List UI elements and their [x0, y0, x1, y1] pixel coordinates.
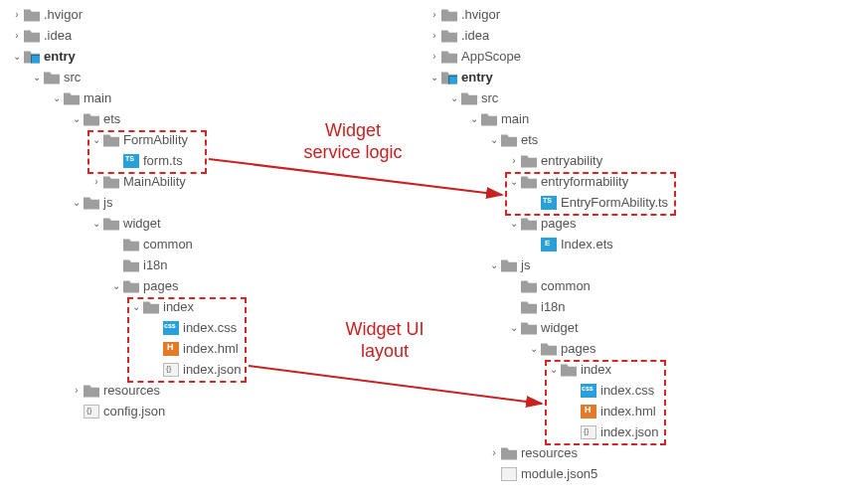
left-tree-item[interactable]: ⌄entry [10, 46, 242, 67]
expand-arrow-icon[interactable]: ⌄ [89, 217, 103, 231]
left-tree-item[interactable]: ›.idea [10, 25, 242, 46]
right-tree-item[interactable]: ›AppScope [427, 46, 668, 67]
right-tree-item[interactable]: ›entryability [427, 150, 668, 171]
left-tree-item[interactable]: ›resources [10, 380, 242, 401]
expand-arrow-icon[interactable]: ⌄ [70, 196, 84, 210]
folder-icon [103, 133, 119, 147]
json5-file-icon [501, 467, 517, 481]
expand-arrow-icon[interactable]: ⌄ [30, 71, 44, 84]
right-tree-item[interactable]: ·Index.ets [427, 234, 668, 254]
expand-arrow-icon[interactable]: ⌄ [507, 321, 521, 335]
left-tree-item[interactable]: ›.hvigor [10, 4, 242, 25]
folder-icon [521, 154, 537, 168]
folder-icon [521, 300, 537, 314]
left-tree-item[interactable]: ⌄src [10, 67, 242, 87]
folder-icon [501, 133, 517, 147]
expand-arrow-icon[interactable]: ⌄ [467, 112, 481, 126]
left-tree-item[interactable]: ·index.hml [10, 338, 242, 359]
tree-item-label: Index.ets [561, 237, 613, 252]
expand-arrow-icon[interactable]: › [89, 175, 103, 189]
left-tree-item[interactable]: ·config.json [10, 401, 242, 421]
expand-arrow-icon[interactable]: ⌄ [70, 112, 84, 126]
tree-item-label: common [143, 237, 193, 252]
right-tree-item[interactable]: ⌄main [427, 108, 668, 129]
folder-icon [461, 91, 477, 105]
right-tree-item[interactable]: ·common [427, 275, 668, 296]
expand-arrow-icon[interactable]: ⌄ [447, 91, 461, 105]
left-tree-item[interactable]: ⌄ets [10, 108, 242, 129]
left-tree-item[interactable]: ⌄widget [10, 213, 242, 234]
tree-item-label: index.hml [600, 404, 656, 419]
expand-arrow-icon[interactable]: › [427, 50, 441, 64]
right-tree-item[interactable]: ·EntryFormAbility.ts [427, 192, 668, 213]
expand-arrow-icon[interactable]: ⌄ [89, 133, 103, 147]
right-tree-item[interactable]: ⌄pages [427, 338, 668, 359]
expand-arrow-icon[interactable]: › [70, 384, 84, 398]
expand-arrow-icon[interactable]: › [427, 29, 441, 43]
folder-icon [103, 175, 119, 189]
expand-arrow-icon[interactable]: ⌄ [487, 258, 501, 272]
right-tree-item[interactable]: ·index.hml [427, 401, 668, 421]
tree-item-label: entry [461, 70, 493, 84]
tree-item-label: entryformability [541, 174, 628, 189]
left-tree-item[interactable]: ⌄FormAbility [10, 129, 242, 150]
tree-item-label: entryability [541, 153, 602, 168]
expand-arrow-icon[interactable]: ⌄ [547, 363, 561, 377]
right-tree-item[interactable]: ⌄index [427, 359, 668, 380]
expand-arrow-icon[interactable]: ⌄ [427, 71, 441, 84]
tree-item-label: widget [123, 216, 161, 231]
right-tree-item[interactable]: ⌄pages [427, 213, 668, 234]
folder-icon [561, 363, 577, 377]
tree-item-label: i18n [541, 299, 566, 314]
expand-arrow-icon[interactable]: › [487, 446, 501, 460]
left-tree-item[interactable]: ›MainAbility [10, 171, 242, 192]
left-tree-item[interactable]: ⌄pages [10, 275, 242, 296]
tree-item-label: pages [143, 278, 178, 293]
left-tree-item[interactable]: ⌄index [10, 296, 242, 317]
tree-item-label: FormAbility [123, 132, 188, 147]
left-tree-item[interactable]: ·form.ts [10, 150, 242, 171]
left-tree-item[interactable]: ·common [10, 234, 242, 254]
tree-item-label: config.json [103, 404, 165, 419]
right-tree-item[interactable]: ⌄entryformability [427, 171, 668, 192]
expand-arrow-icon[interactable]: › [10, 29, 24, 43]
expand-arrow-icon[interactable]: ⌄ [527, 342, 541, 356]
right-tree-item[interactable]: ›resources [427, 442, 668, 463]
hml-file-icon [163, 342, 179, 356]
folder-icon [84, 196, 99, 210]
tree-item-label: pages [541, 216, 576, 231]
left-tree-item[interactable]: ·i18n [10, 254, 242, 275]
right-tree-item[interactable]: ⌄js [427, 254, 668, 275]
right-tree-item[interactable]: ⌄entry [427, 67, 668, 87]
right-tree-item[interactable]: ⌄ets [427, 129, 668, 150]
expand-arrow-icon[interactable]: ⌄ [507, 217, 521, 231]
right-tree-item[interactable]: ›.idea [427, 25, 668, 46]
expand-arrow-icon[interactable]: ⌄ [129, 300, 143, 314]
left-tree-item[interactable]: ·index.json [10, 359, 242, 380]
json-file-icon [581, 425, 596, 439]
right-tree-item[interactable]: ›.hvigor [427, 4, 668, 25]
expand-arrow-icon[interactable]: › [10, 8, 24, 22]
expand-arrow-icon[interactable]: ⌄ [50, 91, 64, 105]
expand-arrow-icon[interactable]: ⌄ [109, 279, 123, 293]
css-file-icon [581, 384, 596, 398]
right-tree-item[interactable]: ·i18n [427, 296, 668, 317]
left-tree-item[interactable]: ·index.css [10, 317, 242, 338]
right-tree-item[interactable]: ⌄src [427, 87, 668, 108]
expand-arrow-icon[interactable]: › [507, 154, 521, 168]
left-tree-item[interactable]: ⌄js [10, 192, 242, 213]
right-tree-item[interactable]: ·index.css [427, 380, 668, 401]
json-file-icon [84, 405, 99, 419]
expand-arrow-icon[interactable]: › [427, 8, 441, 22]
expand-arrow-icon[interactable]: ⌄ [507, 175, 521, 189]
tree-item-label: .idea [461, 28, 489, 43]
tree-item-label: index.hml [183, 341, 239, 356]
left-tree-item[interactable]: ⌄main [10, 87, 242, 108]
tree-item-label: .hvigor [44, 7, 83, 22]
right-tree-item[interactable]: ⌄widget [427, 317, 668, 338]
folder-icon [143, 300, 159, 314]
expand-arrow-icon[interactable]: ⌄ [487, 133, 501, 147]
expand-arrow-icon[interactable]: ⌄ [10, 50, 24, 64]
right-tree-item[interactable]: ·index.json [427, 421, 668, 442]
right-tree-item[interactable]: ·module.json5 [427, 463, 668, 484]
